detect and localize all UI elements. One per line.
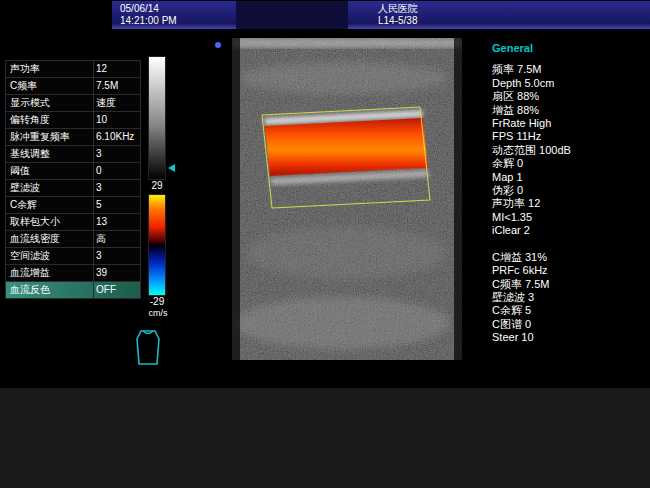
- param-row-steer-angle[interactable]: 偏转角度 10: [5, 111, 141, 129]
- param-label: C频率: [6, 78, 93, 94]
- param-row-c-persistence[interactable]: C余辉 5: [5, 196, 141, 214]
- param-row-spatial-filter[interactable]: 空间滤波 3: [5, 247, 141, 265]
- thumbnail-filmstrip: × × × ×: [0, 388, 650, 488]
- param-row-c-frequency[interactable]: C频率 7.5M: [5, 77, 141, 95]
- param-label: 取样包大小: [6, 214, 93, 230]
- param-value: 12: [93, 61, 140, 77]
- doppler-flow-region: [265, 118, 428, 176]
- param-label: 血流线密度: [6, 231, 93, 247]
- param-value: 39: [93, 265, 140, 281]
- param-label: 显示模式: [6, 95, 93, 111]
- param-value: 5: [93, 197, 140, 213]
- param-label: 基线调整: [6, 146, 93, 162]
- ultrasound-image: [232, 38, 462, 360]
- param-label: 脉冲重复频率: [6, 129, 93, 145]
- param-value: 10: [93, 112, 140, 128]
- parameter-panel: 声功率 12 C频率 7.5M 显示模式 速度 偏转角度 10 脉冲重复频率 6…: [5, 61, 141, 299]
- param-row-display-mode[interactable]: 显示模式 速度: [5, 94, 141, 112]
- param-row-acoustic-power[interactable]: 声功率 12: [5, 60, 141, 78]
- info-line-c-map: C图谱 0: [492, 318, 644, 331]
- header-datetime: 05/06/14 14:21:00 PM: [112, 1, 236, 29]
- info-line-dynamic-range: 动态范围 100dB: [492, 144, 644, 157]
- param-value: OFF: [93, 282, 140, 298]
- param-label: 声功率: [6, 61, 93, 77]
- param-row-baseline[interactable]: 基线调整 3: [5, 145, 141, 163]
- param-row-wall-filter[interactable]: 壁滤波 3: [5, 179, 141, 197]
- focus-marker-icon: [215, 42, 221, 48]
- param-row-flow-gain[interactable]: 血流增益 39: [5, 264, 141, 282]
- grayscale-bar: [148, 56, 166, 180]
- probe-model: L14-5/38: [378, 15, 642, 27]
- param-row-threshold[interactable]: 阈值 0: [5, 162, 141, 180]
- info-line-c-frequency: C频率 7.5M: [492, 278, 644, 291]
- info-line-c-gain: C增益 31%: [492, 251, 644, 264]
- info-line-depth: Depth 5.0cm: [492, 77, 644, 90]
- info-line-c-persistence: C余辉 5: [492, 304, 644, 317]
- velocity-unit-label: cm/s: [142, 308, 174, 318]
- info-line-fps: FPS 11Hz: [492, 130, 644, 143]
- param-label: C余辉: [6, 197, 93, 213]
- param-value: 6.10KHz: [93, 129, 140, 145]
- info-line-pseudocolor: 伪彩 0: [492, 184, 644, 197]
- info-line-map: Map 1: [492, 171, 644, 184]
- hospital-name: 人民医院: [378, 3, 642, 15]
- param-value: 0: [93, 163, 140, 179]
- info-line-iclear: iClear 2: [492, 224, 644, 237]
- param-value: 高: [93, 231, 140, 247]
- velocity-max-label: 29: [144, 180, 170, 191]
- info-line-acoustic-power: 声功率 12: [492, 197, 644, 210]
- param-label: 血流增益: [6, 265, 93, 281]
- info-line-gain: 增益 88%: [492, 104, 644, 117]
- param-row-flow-invert-selected[interactable]: 血流反色 OFF: [5, 281, 141, 299]
- param-row-prf[interactable]: 脉冲重复频率 6.10KHz: [5, 128, 141, 146]
- time-text: 14:21:00 PM: [120, 15, 228, 27]
- param-value: 速度: [93, 95, 140, 111]
- baseline-marker-icon: [168, 164, 175, 172]
- doppler-color-bar: [148, 194, 166, 296]
- param-value: 3: [93, 146, 140, 162]
- param-value: 3: [93, 248, 140, 264]
- info-line-wall-filter: 壁滤波 3: [492, 291, 644, 304]
- param-label: 偏转角度: [6, 112, 93, 128]
- param-label: 壁滤波: [6, 180, 93, 196]
- info-line-mi: MI<1.35: [492, 211, 644, 224]
- param-value: 7.5M: [93, 78, 140, 94]
- param-row-packet-size[interactable]: 取样包大小 13: [5, 213, 141, 231]
- info-panel: General 频率 7.5M Depth 5.0cm 扇区 88% 增益 88…: [492, 42, 644, 345]
- param-value: 3: [93, 180, 140, 196]
- ultrasound-canvas: [232, 38, 462, 360]
- body-marker-icon: [130, 328, 166, 368]
- param-row-line-density[interactable]: 血流线密度 高: [5, 230, 141, 248]
- velocity-min-label: -29: [144, 296, 170, 307]
- param-value: 13: [93, 214, 140, 230]
- info-line-frequency: 频率 7.5M: [492, 63, 644, 76]
- date-text: 05/06/14: [120, 3, 228, 15]
- info-line-sector: 扇区 88%: [492, 90, 644, 103]
- ultrasound-screen: 05/06/14 14:21:00 PM 人民医院 L14-5/38 声功率 1…: [0, 0, 650, 488]
- param-label: 空间滤波: [6, 248, 93, 264]
- param-label: 阈值: [6, 163, 93, 179]
- header-hospital: 人民医院 L14-5/38: [348, 1, 650, 29]
- info-line-persistence: 余辉 0: [492, 157, 644, 170]
- info-panel-title: General: [492, 42, 644, 55]
- info-line-steer: Steer 10: [492, 331, 644, 344]
- info-line-framerate: FrRate High: [492, 117, 644, 130]
- param-label: 血流反色: [6, 282, 93, 298]
- info-line-prfc: PRFc 6kHz: [492, 264, 644, 277]
